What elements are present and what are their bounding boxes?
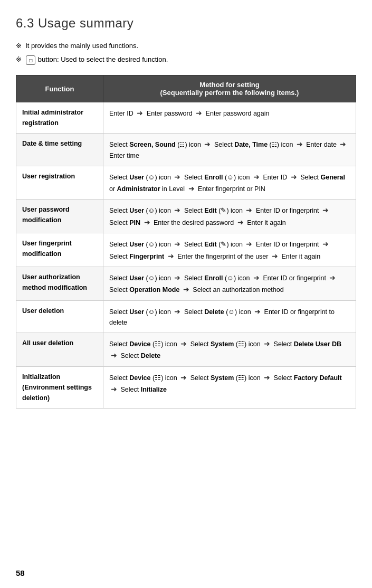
usage-summary-table: Function Method for setting(Sequentially…: [16, 75, 356, 409]
row-function: User password modification: [16, 200, 103, 233]
row-function: All user deletion: [16, 333, 103, 367]
table-row: User deletion Select User (☺) icon ➜ Sel…: [16, 300, 356, 333]
row-method: Select Device (☷) icon ➜ Select System (…: [103, 333, 356, 367]
intro-text: ※ It provides the mainly used functions.…: [16, 40, 356, 65]
row-function: User deletion: [16, 300, 103, 333]
col-header-method: Method for setting(Sequentially perform …: [103, 75, 356, 102]
row-method: Select User (☺) icon ➜ Select Enroll (☺)…: [103, 267, 356, 300]
row-function: User fingerprint modification: [16, 233, 103, 267]
row-method: Select User (☺) icon ➜ Select Edit (✎) i…: [103, 200, 356, 233]
table-row: Initial administrator registration Enter…: [16, 102, 356, 134]
page-number: 58: [16, 568, 25, 577]
row-method: Select User (☺) icon ➜ Select Enroll (☺)…: [103, 166, 356, 200]
row-function: User registration: [16, 166, 103, 200]
row-method: Select Screen, Sound (☷) icon ➜ Select D…: [103, 134, 356, 166]
row-method: Select User (☺) icon ➜ Select Edit (✎) i…: [103, 233, 356, 267]
table-row: All user deletion Select Device (☷) icon…: [16, 333, 356, 367]
row-function: Date & time setting: [16, 134, 103, 166]
button-icon: □: [26, 55, 35, 65]
page-title: 6.3 Usage summary: [16, 16, 356, 31]
row-method: Select User (☺) icon ➜ Select Delete (☺)…: [103, 300, 356, 333]
table-row: Date & time setting Select Screen, Sound…: [16, 134, 356, 166]
col-header-function: Function: [16, 75, 103, 102]
table-row: User registration Select User (☺) icon ➜…: [16, 166, 356, 200]
table-row: User password modification Select User (…: [16, 200, 356, 233]
row-function: Initialization (Environment settings del…: [16, 366, 103, 408]
table-row: User fingerprint modification Select Use…: [16, 233, 356, 267]
row-method: Select Device (☷) icon ➜ Select System (…: [103, 366, 356, 408]
row-method: Enter ID ➜ Enter password ➜ Enter passwo…: [103, 102, 356, 134]
row-function: User authorization method modification: [16, 267, 103, 300]
table-row: User authorization method modification S…: [16, 267, 356, 300]
table-row: Initialization (Environment settings del…: [16, 366, 356, 408]
row-function: Initial administrator registration: [16, 102, 103, 134]
